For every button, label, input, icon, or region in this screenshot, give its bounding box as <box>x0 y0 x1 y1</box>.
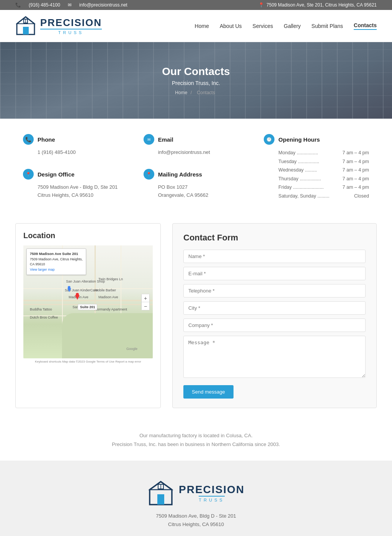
footer: PRECISION TRUSS 7509 Madison Ave, Bldg D… <box>0 461 392 536</box>
map-footer: Keyboard shortcuts Map data ©2023 Google… <box>23 360 153 363</box>
mailing-block: 📍 Mailing Address PO Box 1027 Orangevale… <box>144 169 249 200</box>
nav-gallery[interactable]: Gallery <box>284 23 301 29</box>
hours-row-sat-sun: Saturday, Sunday ......... Closed <box>278 192 369 201</box>
phone-icon: 📞 <box>23 134 34 145</box>
design-office-block: 📍 Design Office 7509 Madison Ave - Bldg … <box>23 169 128 200</box>
main-nav: Home About Us Services Gallery Submit Pl… <box>195 22 377 30</box>
footer-note-line1: Our manufacturing factory is located in … <box>15 431 377 440</box>
form-message-input[interactable] <box>183 336 366 378</box>
breadcrumb-current: Contacts <box>197 90 215 95</box>
form-email-input[interactable] <box>183 267 366 280</box>
form-telephone-input[interactable] <box>183 284 366 297</box>
map-inner: Madison Ave Madison Ave San Juan Alterat… <box>23 245 153 358</box>
svg-rect-6 <box>157 494 164 505</box>
breadcrumb-separator: / <box>191 90 193 95</box>
map-address-line1: 7509 Madison Ave, Citrus Heights, <box>30 257 83 261</box>
hours-row-mon: Monday ................ 7 am – 4 pm <box>278 149 369 157</box>
logo-subtitle: TRUSS <box>40 29 102 35</box>
footer-address-line2: Citrus Heights, CA 95610 <box>156 520 236 529</box>
map-address-title: 7509 Madison Ave Suite 201 <box>30 252 78 256</box>
top-bar: 📞 (916) 485-4100 ✉ info@precisiontruss.n… <box>0 0 392 10</box>
footer-logo-title: PRECISION <box>179 484 245 496</box>
logo-text: PRECISION TRUSS <box>40 17 102 35</box>
footer-logo-icon <box>147 480 174 507</box>
form-city-input[interactable] <box>183 301 366 315</box>
send-message-button[interactable]: Send message <box>183 385 234 399</box>
top-bar-left: 📞 (916) 485-4100 ✉ info@precisiontruss.n… <box>15 2 127 8</box>
mailing-icon: 📍 <box>144 169 154 180</box>
map-address-line2: CA 95610 <box>30 262 45 266</box>
suite-label: Suite 201 <box>78 304 98 310</box>
phone-block: 📞 Phone 1 (916) 485-4100 <box>23 134 128 157</box>
google-logo: Google <box>126 347 137 351</box>
map-zoom-in[interactable]: + <box>142 294 149 302</box>
breadcrumb-home[interactable]: Home <box>175 90 187 95</box>
nav-home[interactable]: Home <box>195 23 209 29</box>
top-email: info@precisiontruss.net <box>79 2 127 8</box>
footer-logo-text: PRECISION TRUSS <box>179 484 245 502</box>
form-name-input[interactable] <box>183 250 366 263</box>
email-block: ✉ Email info@precisiontruss.net <box>144 134 249 157</box>
logo-title: PRECISION <box>40 17 102 29</box>
hours-row-fri: Friday ....................... 7 am – 4 … <box>278 183 369 192</box>
top-email-icon: ✉ <box>68 2 72 8</box>
design-office-label: Design Office <box>38 171 75 178</box>
hours-row-wed: Wednesday ......... 7 am – 4 pm <box>278 166 369 175</box>
location-title: Location <box>23 231 153 240</box>
top-address-icon: 📍 <box>258 2 264 8</box>
hours-row-tue: Tuesday ................ 7 am – 4 pm <box>278 157 369 166</box>
nav-submit[interactable]: Submit Plans <box>312 23 343 29</box>
email-label: Email <box>158 136 173 143</box>
footer-address: 7509 Madison Ave, Bldg D - Ste 201 Citru… <box>156 512 236 529</box>
nav-contacts[interactable]: Contacts <box>354 22 377 30</box>
design-office-icon: 📍 <box>23 169 34 180</box>
map-info-box: 7509 Madison Ave Suite 201 7509 Madison … <box>26 248 86 275</box>
hours-block: 🕐 Opening Hours Monday ................ … <box>264 134 369 200</box>
hero-section: Our Contacts Precision Truss, Inc. Home … <box>0 42 392 119</box>
hours-icon: 🕐 <box>264 134 274 145</box>
form-title: Contact Form <box>183 233 366 243</box>
footer-note: Our manufacturing factory is located in … <box>0 423 392 461</box>
hours-label: Opening Hours <box>278 136 320 143</box>
top-address: 7509 Madison Ave, Ste 201, Citrus Height… <box>266 2 377 8</box>
map-zoom-out[interactable]: − <box>142 302 149 310</box>
footer-logo: PRECISION TRUSS <box>147 480 245 507</box>
header: PRECISION TRUSS Home About Us Services G… <box>0 10 392 42</box>
hero-content: Our Contacts Precision Truss, Inc. Home … <box>162 65 230 95</box>
mailing-label: Mailing Address <box>158 171 202 178</box>
footer-note-line2: Precision Truss, Inc. has been in busine… <box>15 440 377 449</box>
design-office-address: 7509 Madison Ave - Bldg D, Ste 201 Citru… <box>38 183 128 199</box>
map-container[interactable]: Madison Ave Madison Ave San Juan Alterat… <box>23 245 153 358</box>
main-content: Location Madison Ave Madison Ave San Jua… <box>0 216 392 423</box>
phone-value: 1 (916) 485-4100 <box>38 149 128 157</box>
top-phone-icon: 📞 <box>15 2 21 8</box>
logo-icon <box>15 15 36 36</box>
top-bar-right: 📍 7509 Madison Ave, Ste 201, Citrus Heig… <box>258 2 377 8</box>
footer-address-line1: 7509 Madison Ave, Bldg D - Ste 201 <box>156 512 236 520</box>
email-icon: ✉ <box>144 134 154 145</box>
hero-title: Our Contacts <box>162 65 230 78</box>
contact-info-section: 📞 Phone 1 (916) 485-4100 ✉ Email info@pr… <box>0 119 392 216</box>
svg-rect-1 <box>23 27 29 34</box>
breadcrumb: Home / Contacts <box>162 90 230 95</box>
hero-subtitle: Precision Truss, Inc. <box>162 80 230 86</box>
form-company-input[interactable] <box>183 319 366 332</box>
phone-label: Phone <box>38 136 55 143</box>
email-value: info@precisiontruss.net <box>158 149 249 157</box>
hours-table: Monday ................ 7 am – 4 pm Tues… <box>278 149 369 200</box>
map-zoom-controls[interactable]: + − <box>141 294 150 310</box>
footer-logo-subtitle: TRUSS <box>199 496 224 502</box>
map-view-larger[interactable]: View larger map <box>30 268 55 271</box>
top-phone: (916) 485-4100 <box>29 2 60 8</box>
location-box: Location Madison Ave Madison Ave San Jua… <box>15 223 161 408</box>
nav-services[interactable]: Services <box>253 23 273 29</box>
mailing-address: PO Box 1027 Orangevale, CA 95662 <box>158 183 249 199</box>
contact-form-box: Contact Form Send message <box>172 223 377 408</box>
hours-row-thu: Thursday ................ 7 am – 4 pm <box>278 175 369 183</box>
logo-area: PRECISION TRUSS <box>15 15 102 36</box>
nav-about[interactable]: About Us <box>220 23 242 29</box>
